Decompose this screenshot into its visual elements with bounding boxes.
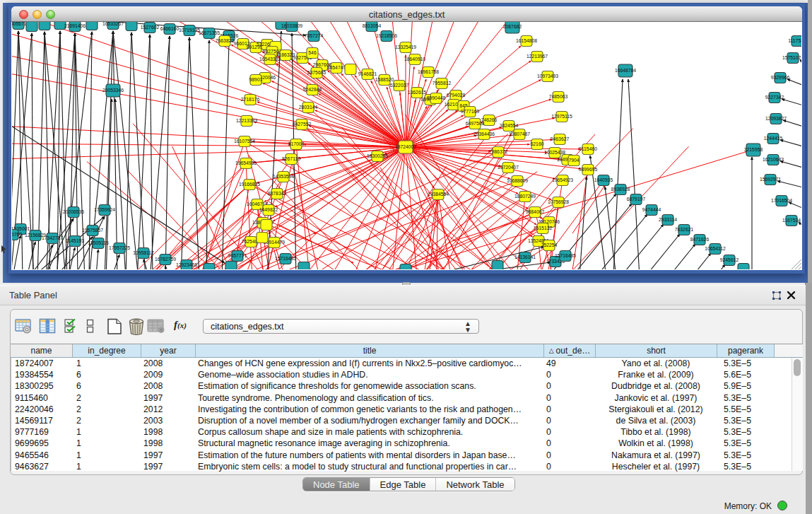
svg-text:9227342: 9227342 — [765, 95, 784, 100]
svg-text:10958117: 10958117 — [133, 250, 154, 255]
svg-text:19384554: 19384554 — [428, 192, 449, 197]
svg-text:17359924: 17359924 — [94, 207, 115, 212]
svg-text:16107554: 16107554 — [234, 139, 255, 144]
svg-text:12923468: 12923468 — [176, 262, 197, 267]
svg-text:10025438: 10025438 — [544, 150, 565, 155]
svg-text:6497508: 6497508 — [466, 121, 485, 126]
svg-text:9242848: 9242848 — [303, 87, 322, 92]
svg-text:16210643: 16210643 — [763, 157, 784, 162]
svg-text:19218506: 19218506 — [376, 33, 397, 38]
svg-text:15720407: 15720407 — [498, 165, 519, 170]
svg-text:8938928: 8938928 — [611, 187, 630, 192]
svg-text:6794028: 6794028 — [447, 93, 466, 98]
svg-text:12505115: 12505115 — [88, 240, 109, 245]
svg-text:14136141: 14136141 — [514, 255, 536, 259]
svg-text:1145193: 1145193 — [66, 238, 84, 243]
svg-text:6466160: 6466160 — [160, 26, 180, 31]
svg-text:18300295: 18300295 — [367, 153, 388, 158]
svg-text:16033809: 16033809 — [281, 23, 302, 28]
svg-text:5375685: 5375685 — [307, 70, 326, 75]
svg-text:18640910: 18640910 — [404, 57, 425, 62]
svg-text:2803144: 2803144 — [299, 105, 318, 110]
svg-text:1167534: 1167534 — [782, 218, 801, 223]
svg-text:9146821: 9146821 — [358, 71, 377, 76]
svg-text:3915769: 3915769 — [12, 232, 22, 237]
svg-text:15716485: 15716485 — [555, 253, 576, 258]
svg-text:252254: 252254 — [541, 243, 558, 247]
svg-text:12213967: 12213967 — [526, 54, 548, 59]
svg-text:9329966: 9329966 — [771, 75, 790, 80]
svg-text:2933114: 2933114 — [659, 217, 677, 222]
svg-text:17957225: 17957225 — [109, 245, 130, 250]
svg-text:16782759: 16782759 — [155, 257, 176, 262]
svg-text:16533267: 16533267 — [102, 22, 124, 26]
svg-text:18807249: 18807249 — [514, 194, 536, 199]
svg-text:7904: 7904 — [568, 158, 579, 163]
svg-text:16961758: 16961758 — [418, 69, 439, 74]
svg-text:14353594: 14353594 — [273, 174, 294, 179]
svg-text:8813054: 8813054 — [363, 23, 382, 28]
svg-text:546: 546 — [308, 50, 317, 55]
svg-text:15751074: 15751074 — [782, 55, 801, 60]
svg-text:1588520: 1588520 — [375, 77, 394, 82]
svg-text:1244415: 1244415 — [764, 136, 783, 141]
svg-text:9474444: 9474444 — [642, 207, 661, 212]
svg-text:62160: 62160 — [531, 141, 544, 146]
svg-text:7955812: 7955812 — [433, 81, 452, 86]
svg-text:16671355: 16671355 — [199, 30, 220, 35]
svg-text:16543382: 16543382 — [259, 57, 281, 62]
svg-text:9777169: 9777169 — [461, 109, 480, 114]
svg-text:19166825: 19166825 — [239, 182, 260, 187]
svg-text:8454749: 8454749 — [327, 65, 346, 70]
svg-text:10807487: 10807487 — [509, 132, 530, 136]
svg-text:6879197: 6879197 — [627, 197, 646, 201]
svg-text:10973493: 10973493 — [537, 74, 558, 78]
svg-text:3824554: 3824554 — [500, 123, 519, 128]
svg-text:20206535: 20206535 — [63, 209, 84, 214]
svg-text:7857274: 7857274 — [305, 33, 324, 38]
svg-text:15692971: 15692971 — [760, 177, 781, 182]
svg-text:17016504: 17016504 — [771, 198, 792, 203]
svg-text:2718176: 2718176 — [241, 97, 260, 102]
svg-text:9115460: 9115460 — [579, 146, 597, 151]
svg-text:19654923: 19654923 — [552, 177, 573, 182]
svg-text:9457771: 9457771 — [228, 253, 247, 258]
svg-text:1615132: 1615132 — [534, 226, 553, 230]
svg-text:8471626: 8471626 — [690, 237, 710, 242]
svg-text:21691406: 21691406 — [64, 23, 86, 28]
svg-text:7485063: 7485063 — [549, 94, 568, 99]
svg-text:6322037: 6322037 — [390, 83, 409, 88]
svg-text:8878342: 8878342 — [268, 191, 287, 196]
svg-text:1640935: 1640935 — [594, 177, 613, 182]
svg-text:10688609: 10688609 — [507, 178, 528, 183]
svg-text:8267110: 8267110 — [282, 156, 300, 161]
svg-text:7632621: 7632621 — [675, 227, 694, 232]
svg-text:19575857: 19575857 — [82, 228, 103, 233]
svg-text:16154808: 16154808 — [516, 38, 537, 43]
svg-text:16648784: 16648784 — [615, 68, 636, 73]
svg-text:1362615: 1362615 — [408, 90, 427, 95]
svg-text:1117524: 1117524 — [788, 38, 801, 43]
svg-text:13325419: 13325419 — [395, 45, 416, 49]
svg-text:10719135: 10719135 — [179, 28, 200, 33]
svg-text:3215958: 3215958 — [744, 147, 763, 152]
svg-text:7986372: 7986372 — [489, 149, 508, 154]
svg-text:12213383: 12213383 — [236, 118, 257, 123]
svg-text:8990448: 8990448 — [427, 95, 446, 100]
svg-text:98901: 98901 — [249, 77, 263, 82]
svg-text:18724007: 18724007 — [395, 144, 416, 149]
svg-text:10654112: 10654112 — [705, 246, 726, 251]
svg-text:1527602: 1527602 — [141, 25, 160, 30]
svg-text:19654935: 19654935 — [235, 160, 257, 165]
svg-text:9245612: 9245612 — [720, 257, 739, 262]
svg-text:12975115: 12975115 — [551, 114, 572, 119]
svg-text:10756928: 10756928 — [548, 199, 569, 204]
svg-text:1449822: 1449822 — [259, 207, 278, 212]
svg-text:9463627: 9463627 — [551, 136, 570, 141]
svg-text:9899695: 9899695 — [579, 167, 598, 172]
svg-text:2087682: 2087682 — [503, 24, 522, 29]
svg-text:9884067: 9884067 — [526, 209, 545, 214]
svg-text:15716485: 15716485 — [275, 256, 296, 261]
svg-text:7663822: 7663822 — [216, 38, 235, 43]
svg-text:12093827: 12093827 — [765, 116, 787, 121]
